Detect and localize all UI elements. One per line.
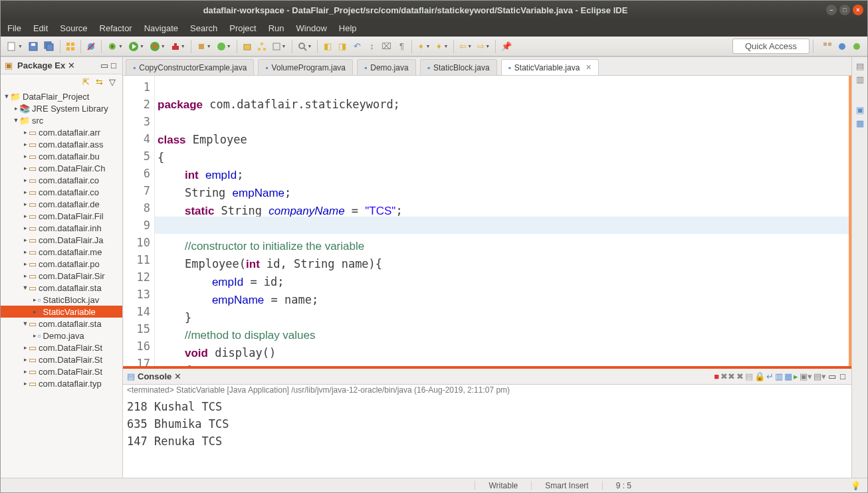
tree-item[interactable]: ▼▭com.dataflair.sta (1, 282, 122, 294)
minimize-view-icon[interactable]: ▭ (100, 61, 109, 70)
tree-item[interactable]: ▸▭com.DataFlair.St (1, 353, 122, 365)
prev-button[interactable]: ➧▼ (433, 39, 450, 54)
tree-item[interactable]: ▸▭com.DataFlair.Fil (1, 210, 122, 222)
save-all-button[interactable] (42, 39, 56, 54)
menu-project[interactable]: Project (229, 23, 256, 33)
menu-file[interactable]: File (7, 23, 21, 33)
tree-item[interactable]: ▸▭com.DataFlair.Ja (1, 234, 122, 246)
link-editor-icon[interactable]: ⇆ (94, 77, 104, 86)
new-package-button[interactable]: ▼ (195, 39, 213, 54)
tree-item[interactable]: ▼📁DataFlair_Project (1, 90, 122, 102)
close-button[interactable]: × (853, 5, 863, 15)
quick-access[interactable]: Quick Access (732, 39, 810, 54)
menu-search[interactable]: Search (190, 23, 217, 33)
search-button[interactable]: ▼ (296, 39, 314, 54)
remove-all-button[interactable]: ✖ (736, 371, 744, 381)
debug-perspective-button[interactable] (850, 39, 863, 54)
open-task-button[interactable]: ▼ (270, 39, 288, 54)
word-wrap-button[interactable]: ↵ (766, 371, 774, 381)
editor-tab[interactable]: ▪StaticVariable.java✕ (501, 59, 599, 75)
tree-item[interactable]: ▸▭com.dataflair.typ (1, 377, 122, 389)
tree-item[interactable]: ▸▭com.dataflair.ass (1, 138, 122, 150)
clear-console-button[interactable]: ▤ (745, 371, 753, 381)
save-button[interactable] (26, 39, 41, 54)
tree-item[interactable]: ▸▭com.dataflair.inh (1, 222, 122, 234)
java-perspective-button[interactable] (835, 39, 849, 54)
code-editor[interactable]: 1234567891011121314151617 package com.da… (123, 76, 851, 366)
project-tree[interactable]: ▼📁DataFlair_Project▸📚JRE System Library▼… (1, 89, 122, 478)
problems-strip-icon[interactable]: ▦ (855, 118, 865, 128)
run-button[interactable]: ▼ (126, 39, 146, 54)
outline-strip-icon[interactable]: ▤ (855, 61, 865, 70)
tree-item[interactable]: ▸▭com.dataflair.bu (1, 150, 122, 162)
menu-edit[interactable]: Edit (33, 23, 48, 33)
minimize-console-icon[interactable]: ▭ (827, 372, 837, 381)
open-perspective-button[interactable] (821, 39, 834, 54)
coverage-button[interactable]: ▼ (148, 39, 167, 54)
forward-button[interactable]: ⇨▼ (475, 39, 492, 54)
back-button[interactable]: ⇦▼ (457, 39, 474, 54)
maximize-console-icon[interactable]: □ (838, 372, 847, 381)
console-menu-button[interactable]: ▣▾ (800, 371, 812, 381)
menu-refactor[interactable]: Refactor (100, 23, 132, 33)
new-console-button[interactable]: ▤▾ (814, 371, 826, 381)
tree-item[interactable]: ▸▭com.dataflair.de (1, 198, 122, 210)
debug-button[interactable]: ▼ (105, 39, 125, 54)
editor-tab[interactable]: ▪CopyConstructorExample.java (126, 59, 254, 75)
menu-run[interactable]: Run (269, 23, 284, 33)
new-class-button[interactable]: ▼ (215, 39, 233, 54)
skip-breakpoints-button[interactable] (84, 39, 98, 54)
toggle-mark-button[interactable]: ↕ (365, 39, 378, 54)
editor-tab[interactable]: ▪VolumeProgram.java (258, 59, 353, 75)
editor-tab[interactable]: ▪StaticBlock.java (420, 59, 497, 75)
menu-navigate[interactable]: Navigate (144, 23, 178, 33)
tree-item[interactable]: ▸📚JRE System Library (1, 102, 122, 114)
view-menu-icon[interactable]: ▽ (108, 77, 117, 86)
tree-item[interactable]: ▼▭com.dataflair.sta (1, 318, 122, 330)
switch-layout-button[interactable] (64, 39, 77, 54)
editor-tab[interactable]: ▪Demo.java (357, 59, 416, 75)
maximize-button[interactable]: □ (839, 5, 850, 15)
tree-item[interactable]: ▸▫StaticVariable (1, 306, 122, 318)
tree-item[interactable]: ▸▭com.dataflair.co (1, 174, 122, 186)
bookmarks-strip-icon[interactable]: ▣ (855, 105, 865, 114)
next-button[interactable]: ➧▼ (415, 39, 432, 54)
show-whitespace-button[interactable]: ¶ (395, 39, 408, 54)
last-edit-button[interactable]: ↶ (350, 39, 364, 54)
next-annotation-button[interactable]: ◨ (336, 39, 349, 54)
menu-help[interactable]: Help (339, 23, 357, 33)
tree-item[interactable]: ▸▭com.dataflair.po (1, 258, 122, 270)
scroll-lock-button[interactable]: 🔒 (754, 371, 765, 381)
tasks-strip-icon[interactable]: ▥ (855, 74, 865, 84)
tree-item[interactable]: ▸▫Demo.java (1, 330, 122, 342)
minimize-button[interactable]: – (826, 5, 837, 15)
open-console-button[interactable]: ▸ (794, 371, 798, 381)
pin-console-button[interactable]: ▥ (775, 371, 783, 381)
menu-window[interactable]: Window (296, 23, 327, 33)
block-select-button[interactable]: ⌧ (380, 39, 393, 54)
open-type-button[interactable] (241, 39, 254, 54)
open-type-hier-button[interactable] (255, 39, 269, 54)
pin-button[interactable]: 📌 (499, 39, 514, 54)
tree-item[interactable]: ▸▭com.dataflair.me (1, 246, 122, 258)
tree-item[interactable]: ▸▭com.DataFlair.St (1, 365, 122, 377)
maximize-view-icon[interactable]: □ (109, 61, 118, 70)
new-button[interactable]: ▼ (5, 39, 25, 54)
tree-item[interactable]: ▸▭com.dataflair.arr (1, 126, 122, 138)
tip-icon[interactable]: 💡 (844, 481, 867, 490)
display-console-button[interactable]: ▦ (784, 371, 792, 381)
tree-item[interactable]: ▸▭com.DataFlair.St (1, 342, 122, 353)
tree-item[interactable]: ▸▭com.DataFlair.Ch (1, 162, 122, 174)
tree-item[interactable]: ▼📁src (1, 114, 122, 126)
tree-item[interactable]: ▸▭com.DataFlair.Sir (1, 270, 122, 282)
menu-source[interactable]: Source (60, 23, 87, 33)
tree-item[interactable]: ▸▭com.dataflair.co (1, 186, 122, 198)
code-area[interactable]: package com.dataflair.statickeyword; cla… (155, 76, 849, 366)
collapse-all-icon[interactable]: ⇱ (81, 77, 90, 86)
terminate-button[interactable]: ■ (714, 371, 719, 381)
prev-annotation-button[interactable]: ◧ (321, 39, 334, 54)
ext-tools-button[interactable]: ▼ (169, 39, 187, 54)
tree-item[interactable]: ▸▫StaticBlock.jav (1, 294, 122, 306)
console-output[interactable]: 218 Kushal TCS 635 Bhumika TCS 147 Renuk… (123, 398, 851, 478)
remove-launch-button[interactable]: ✖✖ (720, 371, 735, 381)
